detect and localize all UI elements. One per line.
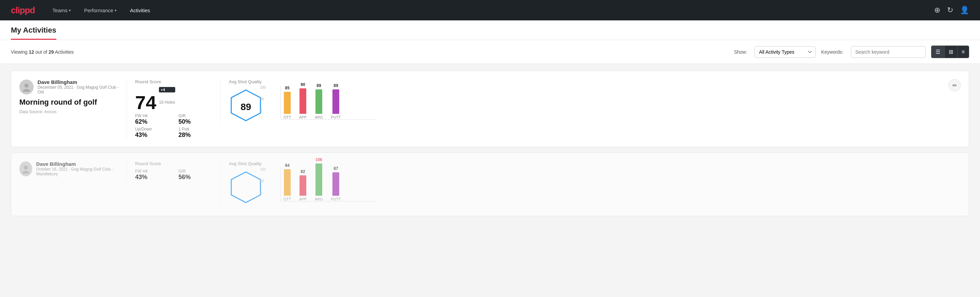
compact-view-button[interactable]: ≡ [958,46,969,58]
nav-activities[interactable]: Activities [129,8,151,13]
chart-y-labels: 100 50 0 [260,168,266,195]
page-header: My Activities [0,21,980,40]
quality-content: Avg Shot Quality 89 [229,79,263,126]
svg-point-0 [24,84,29,88]
user-name: Dave Billingham [38,79,121,85]
bar-ott: 94 OTT [283,163,291,201]
bar-chart: 100 50 0 85 OTT [270,86,377,120]
refresh-icon[interactable]: ↻ [947,6,953,14]
user-info: Dave Billingham October 16, 2021 · Gog M… [37,161,121,176]
user-info: Dave Billingham December 05, 2021 · Gog … [38,79,121,94]
gir-value: 50% [178,118,215,125]
chevron-down-icon: ▾ [69,8,71,12]
bar-chart: 100 50 0 94 OTT 82 [270,168,377,201]
quality-content: Avg Shot Quality [229,161,263,208]
nav-performance[interactable]: Performance ▾ [83,8,118,13]
grid-view-button[interactable]: ⊞ [945,46,958,58]
nav-icons: ⊕ ↻ 👤 [934,6,969,14]
updown-label: Up/Down [135,127,172,131]
user-row: Dave Billingham December 05, 2021 · Gog … [19,79,121,94]
svg-point-1 [23,89,30,92]
gir-section: GIR 50% [178,113,215,125]
svg-marker-5 [231,172,261,203]
page-title: My Activities [11,26,56,40]
fw-hit-value: 62% [135,118,172,125]
keywords-label: Keywords: [821,49,843,55]
bar-putt: 87 PUTT [331,166,341,201]
user-date: December 05, 2021 · Gog Magog Golf Club … [38,85,121,94]
oneputt-section: 1 Putt 28% [178,127,215,139]
bar-app: 82 APP [299,169,307,201]
list-icon: ☰ [935,49,940,55]
quality-title: Avg Shot Quality [229,79,263,84]
viewing-count-text: Viewing 12 out of 29 Activities [11,49,74,55]
avatar [19,80,33,94]
card-left: Dave Billingham October 16, 2021 · Gog M… [19,161,121,179]
score-holes: 18 Holes [159,100,175,105]
avg-shot-quality-section: Avg Shot Quality 89 100 50 0 [220,79,377,126]
activity-card: Dave Billingham December 05, 2021 · Gog … [11,71,969,147]
fw-hit-section: FW Hit 62% [135,113,172,125]
fw-hit-label: FW Hit [135,113,172,118]
avatar [19,161,32,176]
gir-value: 56% [178,174,215,181]
round-score-row: 74 +4 18 Holes [135,87,215,112]
search-input[interactable] [851,46,926,58]
card-left: Dave Billingham December 05, 2021 · Gog … [19,79,121,114]
gir-section: GIR 56% [178,169,215,181]
logo[interactable]: clippd [11,5,35,16]
round-score-section: Round Score 74 +4 18 Holes FW Hit 62% GI… [127,79,215,139]
data-source: Data Source: Arccos [19,109,121,114]
navbar: clippd Teams ▾ Performance ▾ Activities … [0,0,980,21]
activity-title: Morning round of golf [19,98,121,107]
bar-arg: 89 ARG [315,83,323,119]
gir-label: GIR [178,113,215,118]
chart-y-labels: 100 50 0 [260,86,266,113]
score-big: 74 [135,93,156,112]
stats-grid: FW Hit 43% GIR 56% [135,169,215,181]
activity-type-select[interactable]: All Activity Types [754,46,816,58]
hexagon-wrap: 89 [229,88,263,126]
user-name: Dave Billingham [37,161,121,167]
user-row: Dave Billingham October 16, 2021 · Gog M… [19,161,121,176]
user-icon[interactable]: 👤 [960,6,969,14]
edit-button[interactable]: ✏ [948,79,961,91]
fw-hit-label: FW Hit [135,169,172,174]
toolbar: Viewing 12 out of 29 Activities Show: Al… [0,40,980,64]
list-view-button[interactable]: ☰ [931,46,945,58]
activities-content: Dave Billingham December 05, 2021 · Gog … [0,64,980,228]
svg-point-4 [22,171,29,174]
activity-card: Dave Billingham October 16, 2021 · Gog M… [11,153,969,216]
gir-label: GIR [178,169,215,174]
avg-shot-quality-section: Avg Shot Quality 100 50 0 94 [220,161,377,208]
grid-icon: ⊞ [949,49,953,55]
fw-hit-value: 43% [135,174,172,181]
quality-title: Avg Shot Quality [229,161,263,166]
compact-icon: ≡ [962,49,965,55]
round-score-label: Round Score [135,161,215,166]
view-toggle: ☰ ⊞ ≡ [931,46,969,58]
bar-putt: 89 PUTT [331,83,341,119]
show-label: Show: [734,49,747,55]
bar-app: 90 APP [299,82,307,119]
bar-ott: 85 OTT [283,86,291,119]
round-score-label: Round Score [135,79,215,84]
nav-teams[interactable]: Teams ▾ [51,8,72,13]
oneputt-label: 1 Putt [178,127,215,131]
bar-arg: 106 ARG [315,157,323,201]
chevron-down-icon: ▾ [115,8,116,12]
oneputt-value: 28% [178,131,215,139]
stats-grid: FW Hit 62% GIR 50% Up/Down 43% 1 Putt 28… [135,113,215,139]
card-edit: ✏ [948,79,961,91]
round-score-section: Round Score FW Hit 43% GIR 56% [127,161,215,181]
quality-number: 89 [240,102,251,112]
total-count: 29 [49,49,54,55]
user-date: October 16, 2021 · Gog Magog Golf Club -… [37,167,121,176]
hexagon-wrap [229,170,263,208]
fw-hit-section: FW Hit 43% [135,169,172,181]
svg-point-3 [24,166,28,169]
add-icon[interactable]: ⊕ [934,6,940,14]
viewing-count: 12 [29,49,34,55]
updown-value: 43% [135,131,172,139]
score-badge: +4 [159,87,175,93]
